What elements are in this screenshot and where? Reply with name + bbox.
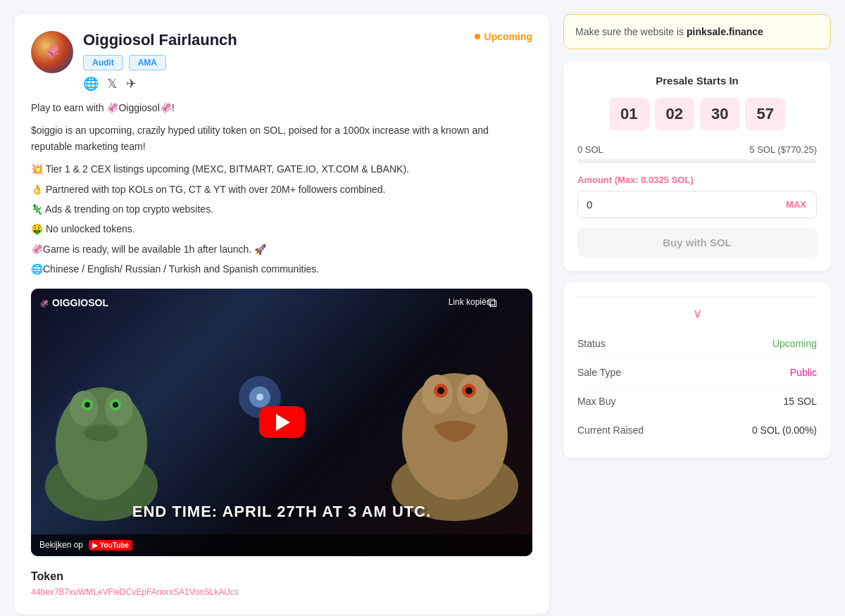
description-section: Play to earn with 🦑Oiggiosol🦑! $oiggio i… [31,100,532,277]
feature-list: 💥 Tier 1 & 2 CEX listings upcoming (MEXC… [31,161,532,277]
desc-line-2: $oiggio is an upcoming, crazily hyped ut… [31,122,532,154]
feature-item-2: 👌 Partnered with top KOLs on TG, CT & YT… [31,182,532,197]
max-buy-value: 15 SOL [784,396,817,407]
status-row: Status Upcoming [577,329,817,358]
warning-highlight: pinksale.finance [687,26,763,37]
globe-icon[interactable]: 🌐 [83,76,99,92]
monster-left [31,331,172,528]
countdown-row: 01 02 30 57 [577,98,817,130]
youtube-bar: Bekijken op ▶ YouTube [31,534,532,556]
feature-item-4: 🤑 No unlocked tokens. [31,221,532,237]
countdown-seconds-1: 30 [700,98,739,130]
avatar-inner: 🦑 [31,31,73,73]
max-buy-label: Max Buy [577,396,615,407]
right-panel: Make sure the website is pinksale.financ… [563,14,831,614]
social-icons: 🌐 𝕏 ✈ [83,76,237,92]
video-title-overlay: 🦑 OIGGIOSOL [39,297,108,308]
current-raised-value: 0 SOL (0.00%) [752,425,817,436]
amount-label: Amount (Max: 0.0325 SOL) [577,175,817,185]
video-bg: 🦑 OIGGIOSOL ⧉ Link kopiër... END TIME: A… [31,289,532,556]
amount-input-row: MAX [577,191,817,218]
feature-item-6: 🌐Chinese / English/ Russian / Turkish an… [31,261,532,277]
video-end-time-text: END TIME: APRIL 27TH AT 3 AM UTC. [31,503,532,521]
link-copy-label: Link kopiër... [449,297,496,307]
sol-max: 5 SOL ($770.25) [749,144,817,155]
token-label: Token [31,570,532,583]
youtube-watch-label: Bekijken op [39,540,83,550]
video-container[interactable]: 🦑 OIGGIOSOL ⧉ Link kopiër... END TIME: A… [31,289,532,556]
status-label: Upcoming [484,31,532,42]
project-header: 🦑 Oiggiosol Fairlaunch Audit AMA 🌐 𝕏 ✈ [31,31,532,92]
monster-right [377,317,532,528]
audit-badge[interactable]: Audit [83,55,123,70]
svg-point-19 [256,394,263,401]
status-badge: Upcoming [475,31,532,42]
current-raised-label: Current Raised [577,425,644,436]
token-address[interactable]: 44bex7B7xuWMLeVFieDCvEpFAnorxSA1VonSLkAl… [31,587,532,597]
svg-point-7 [113,402,118,408]
svg-point-1 [56,387,147,500]
project-avatar: 🦑 [31,31,73,73]
project-header-left: 🦑 Oiggiosol Fairlaunch Audit AMA 🌐 𝕏 ✈ [31,31,237,92]
svg-point-8 [84,425,119,441]
play-button[interactable] [259,406,305,438]
countdown-minutes: 02 [655,98,694,130]
sale-type-label: Sale Type [577,367,621,378]
amount-label-text: Amount (Max: [577,175,641,185]
svg-point-6 [84,402,90,408]
youtube-icon: ▶ YouTube [89,540,132,551]
presale-title: Presale Starts In [577,75,817,87]
warning-text: Make sure the website is [575,26,687,37]
svg-point-15 [437,387,444,394]
project-name: Oiggiosol Fairlaunch [83,31,237,49]
amount-input[interactable] [578,191,776,218]
status-value: Upcoming [772,338,817,349]
desc-line-1: Play to earn with 🦑Oiggiosol🦑! [31,100,532,115]
token-section: Token 44bex7B7xuWMLeVFieDCvEpFAnorxSA1Vo… [31,570,532,597]
chevron-row: ∨ [577,296,817,321]
details-card: ∨ Status Upcoming Sale Type Public Max B… [563,282,831,458]
sale-type-row: Sale Type Public [577,358,817,387]
left-panel: 🦑 Oiggiosol Fairlaunch Audit AMA 🌐 𝕏 ✈ [14,14,549,614]
current-raised-row: Current Raised 0 SOL (0.00%) [577,416,817,444]
countdown-hours: 01 [609,98,649,130]
amount-close: ) [690,175,693,185]
feature-item-5: 🦑Game is ready, will be available 1h aft… [31,241,532,257]
status-dot [475,34,480,39]
countdown-seconds-2: 57 [745,98,784,130]
max-button[interactable]: MAX [776,192,816,217]
max-buy-row: Max Buy 15 SOL [577,387,817,416]
play-triangle [276,414,290,431]
feature-item-3: 🦎 Ads & trending on top crypto websites. [31,201,532,217]
badge-row: Audit AMA [83,55,237,70]
sol-range: 0 SOL 5 SOL ($770.25) [577,144,817,155]
amount-max-val: 0.0325 SOL [641,175,690,185]
ama-badge[interactable]: AMA [129,55,166,70]
buy-button[interactable]: Buy with SOL [577,228,817,257]
progress-bar-track [577,159,817,163]
warning-box: Make sure the website is pinksale.financ… [563,14,831,49]
twitter-icon[interactable]: 𝕏 [107,76,118,92]
presale-card: Presale Starts In 01 02 30 57 0 SOL 5 SO… [563,61,831,271]
svg-point-16 [465,387,472,394]
feature-item-1: 💥 Tier 1 & 2 CEX listings upcoming (MEXC… [31,161,532,177]
youtube-logo: ▶ YouTube [89,540,132,551]
sol-min: 0 SOL [577,144,603,155]
chevron-down-icon[interactable]: ∨ [693,306,702,321]
status-label-detail: Status [577,338,606,349]
sale-type-value: Public [790,367,817,378]
video-brand-text: OIGGIOSOL [52,297,108,308]
telegram-icon[interactable]: ✈ [126,76,137,92]
project-title-area: Oiggiosol Fairlaunch Audit AMA 🌐 𝕏 ✈ [83,31,237,92]
